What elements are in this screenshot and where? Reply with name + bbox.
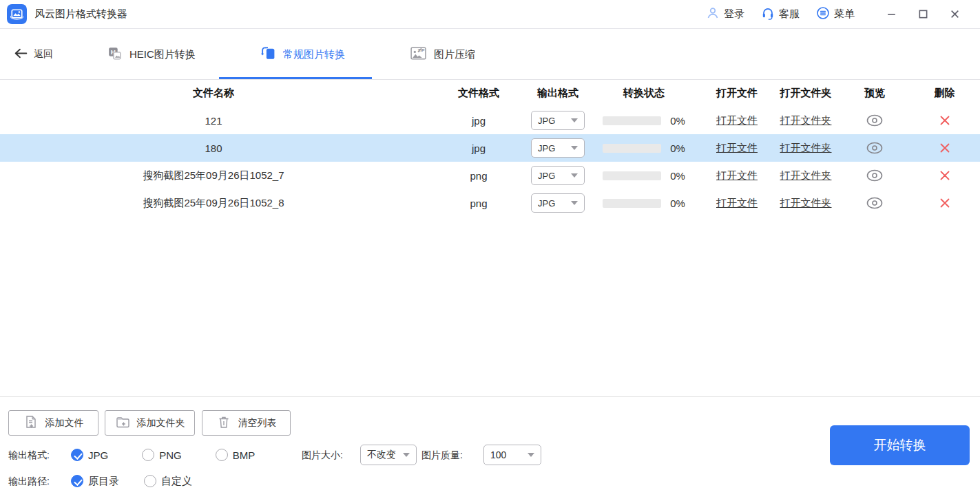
file-name: 搜狗截图25年09月26日1052_7 <box>0 169 427 182</box>
file-name: 121 <box>0 115 427 127</box>
column-header-preview: 预览 <box>840 87 909 100</box>
open-folder-link[interactable]: 打开文件夹 <box>780 114 832 126</box>
radio-icon <box>71 475 83 487</box>
maximize-button[interactable] <box>907 3 939 25</box>
table-row[interactable]: 180 jpg JPG 0% 打开文件 打开文件夹 <box>0 134 980 162</box>
tab-image-compress[interactable]: ZIP 图片压缩 <box>410 29 475 80</box>
table-row[interactable]: 搜狗截图25年09月26日1052_8 png JPG 0% 打开文件 打开文件… <box>0 189 980 217</box>
image-quality-select[interactable]: 100 <box>483 445 541 465</box>
menu-button[interactable]: 菜单 <box>816 6 855 22</box>
login-label: 登录 <box>724 8 744 21</box>
clear-list-button[interactable]: 清空列表 <box>202 410 291 436</box>
progress-bar <box>603 171 661 180</box>
customer-service-label: 客服 <box>779 8 800 21</box>
open-folder-link[interactable]: 打开文件夹 <box>780 142 832 153</box>
open-file-link[interactable]: 打开文件 <box>716 114 758 126</box>
add-folder-label: 添加文件夹 <box>137 417 185 429</box>
column-header-output-format: 输出格式 <box>530 87 585 100</box>
radio-icon <box>142 449 154 461</box>
customer-service-button[interactable]: 客服 <box>761 6 800 22</box>
image-size-select[interactable]: 不改变 <box>360 445 417 465</box>
person-icon <box>706 6 720 22</box>
radio-option[interactable]: JPG <box>71 449 108 461</box>
open-file-link[interactable]: 打开文件 <box>716 197 758 209</box>
table-row[interactable]: 121 jpg JPG 0% 打开文件 打开文件夹 <box>0 107 980 134</box>
radio-label: 自定义 <box>161 475 192 488</box>
headset-icon <box>761 6 775 22</box>
tabbar: 返回 H HEIC图片转换 常规图片转换 <box>0 29 980 80</box>
image-size-label: 图片大小: <box>302 445 343 465</box>
output-path-label: 输出路径: <box>8 471 50 490</box>
conversion-status: 0% <box>585 198 702 209</box>
file-name: 搜狗截图25年09月26日1052_8 <box>0 197 427 210</box>
open-folder-link[interactable]: 打开文件夹 <box>780 197 832 209</box>
radio-label: PNG <box>159 449 182 461</box>
column-header-status: 转换状态 <box>585 87 702 100</box>
tab-heic-convert[interactable]: H HEIC图片转换 <box>107 29 196 80</box>
radio-icon <box>71 449 83 461</box>
tab-zip-label: 图片压缩 <box>434 48 475 61</box>
delete-x-icon[interactable] <box>939 142 950 153</box>
add-folder-button[interactable]: 添加文件夹 <box>105 410 195 436</box>
preview-eye-icon[interactable] <box>866 169 884 182</box>
add-file-button[interactable]: 添加文件 <box>8 410 98 436</box>
file-format: jpg <box>427 142 530 154</box>
app-window: { "colors": { "accent": "#3377F2", "sele… <box>0 0 980 490</box>
preview-eye-icon[interactable] <box>866 142 884 154</box>
back-arrow-icon <box>14 47 28 61</box>
output-format-radios: JPG PNG BMP <box>71 445 255 465</box>
tab-regular-convert[interactable]: 常规图片转换 <box>260 29 345 80</box>
progress-value: 0% <box>670 115 685 127</box>
output-format-select[interactable]: JPG <box>531 138 585 158</box>
preview-eye-icon[interactable] <box>866 197 884 209</box>
open-folder-link[interactable]: 打开文件夹 <box>780 169 832 181</box>
delete-x-icon[interactable] <box>939 170 950 181</box>
radio-option[interactable]: PNG <box>142 449 182 461</box>
back-label: 返回 <box>34 48 53 61</box>
column-header-file-name: 文件名称 <box>0 87 427 100</box>
progress-value: 0% <box>670 198 685 209</box>
conversion-status: 0% <box>585 142 702 154</box>
chevron-down-icon <box>571 173 578 178</box>
heic-convert-icon: H <box>107 45 123 63</box>
image-size-value: 不改变 <box>367 449 396 461</box>
close-button[interactable] <box>939 3 970 25</box>
image-quality-value: 100 <box>490 449 506 460</box>
active-tab-underline <box>219 77 372 79</box>
radio-label: JPG <box>88 449 108 461</box>
open-file-link[interactable]: 打开文件 <box>716 142 758 153</box>
regular-convert-icon <box>260 45 276 63</box>
chevron-down-icon <box>571 118 578 122</box>
table-row[interactable]: 搜狗截图25年09月26日1052_7 png JPG 0% 打开文件 打开文件… <box>0 162 980 189</box>
open-file-link[interactable]: 打开文件 <box>716 169 758 181</box>
radio-label: BMP <box>233 449 256 461</box>
document-plus-icon <box>23 414 39 432</box>
tab-heic-label: HEIC图片转换 <box>129 48 196 61</box>
progress-bar <box>603 199 661 208</box>
login-button[interactable]: 登录 <box>706 6 744 22</box>
delete-x-icon[interactable] <box>939 198 950 209</box>
progress-bar <box>603 144 661 153</box>
output-format-value: JPG <box>538 198 555 209</box>
radio-option[interactable]: 原目录 <box>71 475 119 488</box>
menu-icon <box>816 6 830 22</box>
output-format-select[interactable]: JPG <box>531 166 585 185</box>
preview-eye-icon[interactable] <box>866 114 884 127</box>
radio-icon <box>144 475 156 487</box>
delete-x-icon[interactable] <box>939 115 950 126</box>
start-convert-button[interactable]: 开始转换 <box>830 425 970 465</box>
chevron-down-icon <box>528 453 534 457</box>
output-format-select[interactable]: JPG <box>531 111 585 130</box>
conversion-status: 0% <box>585 115 702 127</box>
radio-label: 原目录 <box>88 475 119 488</box>
trash-icon <box>216 414 231 432</box>
radio-option[interactable]: BMP <box>216 449 256 461</box>
zip-compress-icon: ZIP <box>410 45 427 63</box>
minimize-button[interactable] <box>875 3 907 25</box>
output-format-select[interactable]: JPG <box>531 193 585 213</box>
chevron-down-icon <box>403 453 410 457</box>
back-button[interactable]: 返回 <box>14 29 53 80</box>
folder-plus-icon <box>115 414 130 432</box>
radio-option[interactable]: 自定义 <box>144 475 192 488</box>
output-path-radios: 原目录 自定义 <box>71 471 192 490</box>
